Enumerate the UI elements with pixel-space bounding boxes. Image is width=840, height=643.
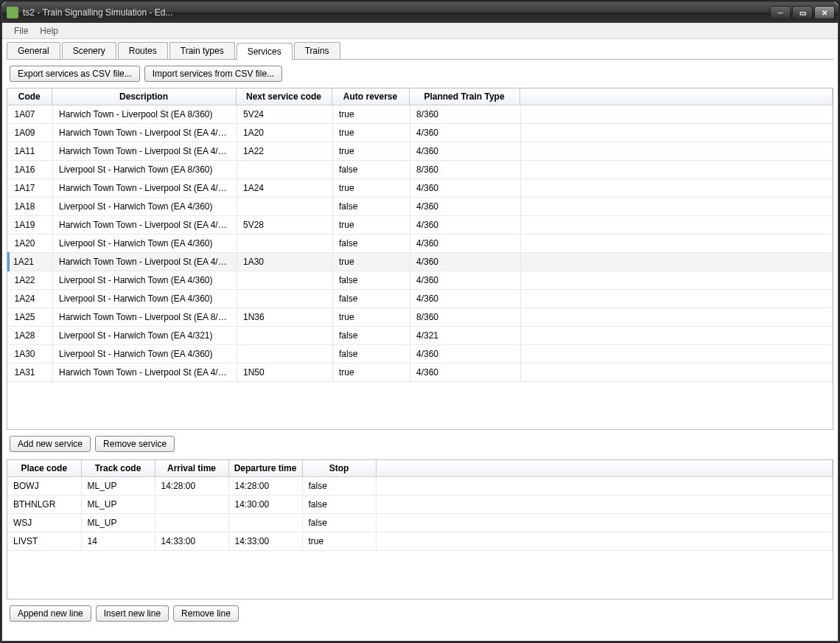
cell-desc[interactable]: Liverpool St - Harwich Town (EA 4/360) [53,234,237,253]
cell-auto[interactable]: true [333,216,410,234]
cell-arr[interactable]: 14:28:00 [155,477,228,496]
cell-next[interactable]: 1N36 [237,308,333,327]
import-csv-button[interactable]: Import services from CSV file... [144,66,282,82]
cell-desc[interactable]: Liverpool St - Harwich Town (EA 4/360) [53,271,237,290]
cell-code[interactable]: 1A16 [9,161,53,179]
table-row[interactable]: 1A25Harwich Town Town - Liverpool St (EA… [9,308,833,327]
cell-code[interactable]: 1A21 [9,253,53,271]
cell-dep[interactable]: 14:30:00 [228,496,302,514]
cell-next[interactable]: 1A22 [237,142,333,161]
table-row[interactable]: 1A28Liverpool St - Harwich Town (EA 4/32… [9,327,833,345]
cell-desc[interactable]: Liverpool St - Harwich Town (EA 8/360) [53,161,237,179]
cell-place[interactable]: BTHNLGR [7,496,81,514]
cell-code[interactable]: 1A17 [9,179,53,198]
cell-code[interactable]: 1A31 [9,364,53,382]
cell-auto[interactable]: true [333,253,410,271]
cell-auto[interactable]: true [333,105,410,124]
cell-place[interactable]: BOWJ [7,477,81,496]
cell-desc[interactable]: Liverpool St - Harwich Town (EA 4/321) [53,327,237,345]
cell-desc[interactable]: Harwich Town Town - Liverpool St (EA 4/3… [53,364,237,382]
cell-code[interactable]: 1A28 [9,327,53,345]
cell-ptype[interactable]: 8/360 [410,105,521,124]
tab-general[interactable]: General [7,42,60,59]
services-table[interactable]: Code Description Next service code Auto … [7,88,833,430]
close-button[interactable]: ✕ [814,6,835,19]
table-row[interactable]: 1A07Harwich Town - Liverpool St (EA 8/36… [9,105,833,124]
cell-ptype[interactable]: 4/360 [410,234,521,253]
remove-service-button[interactable]: Remove service [95,436,175,452]
cell-desc[interactable]: Harwich Town Town - Liverpool St (EA 4/3… [53,142,237,161]
table-row[interactable]: 1A20Liverpool St - Harwich Town (EA 4/36… [9,234,833,253]
cell-next[interactable]: 1A24 [237,179,333,198]
cell-place[interactable]: WSJ [7,514,81,532]
cell-desc[interactable]: Harwich Town - Liverpool St (EA 8/360) [53,105,237,124]
cell-track[interactable]: ML_UP [81,514,155,532]
cell-ptype[interactable]: 4/360 [410,253,521,271]
cell-desc[interactable]: Harwich Town Town - Liverpool St (EA 8/3… [53,308,237,327]
cell-code[interactable]: 1A25 [9,308,53,327]
table-row[interactable]: 1A16Liverpool St - Harwich Town (EA 8/36… [9,161,833,179]
tab-traintypes[interactable]: Train types [169,42,235,59]
cell-track[interactable]: ML_UP [81,477,155,496]
cell-auto[interactable]: false [333,271,410,290]
cell-code[interactable]: 1A30 [9,345,53,364]
table-row[interactable]: 1A21Harwich Town Town - Liverpool St (EA… [9,253,833,271]
cell-next[interactable]: 5V28 [237,216,333,234]
cell-code[interactable]: 1A20 [9,234,53,253]
cell-code[interactable]: 1A18 [9,198,53,216]
cell-arr[interactable] [155,514,228,532]
table-row[interactable]: WSJML_UPfalse [7,514,833,532]
cell-next[interactable] [237,345,333,364]
cell-code[interactable]: 1A07 [9,105,53,124]
cell-ptype[interactable]: 8/360 [410,161,521,179]
cell-track[interactable]: ML_UP [81,496,155,514]
cell-auto[interactable]: false [333,161,410,179]
cell-dep[interactable] [228,514,302,532]
cell-code[interactable]: 1A09 [9,124,53,142]
maximize-button[interactable]: ▭ [792,6,813,19]
cell-next[interactable]: 1A30 [237,253,333,271]
col-dep[interactable]: Departure time [228,460,302,477]
cell-stop[interactable]: false [302,514,376,532]
cell-auto[interactable]: true [333,364,410,382]
cell-auto[interactable]: false [333,345,410,364]
cell-ptype[interactable]: 4/360 [410,142,521,161]
cell-place[interactable]: LIVST [7,532,81,551]
table-row[interactable]: 1A09Harwich Town Town - Liverpool St (EA… [9,124,833,142]
col-place[interactable]: Place code [7,460,81,477]
cell-desc[interactable]: Liverpool St - Harwich Town (EA 4/360) [53,198,237,216]
minimize-button[interactable]: ─ [770,6,791,19]
cell-desc[interactable]: Harwich Town Town - Liverpool St (EA 4/3… [53,124,237,142]
table-row[interactable]: 1A24Liverpool St - Harwich Town (EA 4/36… [9,290,833,308]
table-row[interactable]: 1A18Liverpool St - Harwich Town (EA 4/36… [9,198,833,216]
table-row[interactable]: LIVST1414:33:0014:33:00true [7,532,833,551]
table-row[interactable]: 1A11Harwich Town Town - Liverpool St (EA… [9,142,833,161]
table-row[interactable]: 1A30Liverpool St - Harwich Town (EA 4/36… [9,345,833,364]
cell-code[interactable]: 1A24 [9,290,53,308]
col-desc[interactable]: Description [52,88,236,105]
cell-stop[interactable]: true [302,532,376,551]
col-auto[interactable]: Auto reverse [332,88,409,105]
tab-scenery[interactable]: Scenery [62,42,116,59]
cell-arr[interactable]: 14:33:00 [155,532,228,551]
tab-routes[interactable]: Routes [118,42,168,59]
remove-line-button[interactable]: Remove line [173,605,239,622]
col-stop[interactable]: Stop [302,460,376,477]
cell-next[interactable] [237,327,333,345]
cell-auto[interactable]: false [333,198,410,216]
table-row[interactable]: 1A22Liverpool St - Harwich Town (EA 4/36… [9,271,833,290]
cell-auto[interactable]: false [333,234,410,253]
col-code[interactable]: Code [7,88,52,105]
table-row[interactable]: 1A17Harwich Town Town - Liverpool St (EA… [9,179,833,198]
cell-stop[interactable]: false [302,496,376,514]
cell-dep[interactable]: 14:33:00 [228,532,302,551]
cell-auto[interactable]: true [333,179,410,198]
tab-trains[interactable]: Trains [294,42,340,59]
cell-arr[interactable] [155,496,228,514]
cell-ptype[interactable]: 4/360 [410,216,521,234]
col-next[interactable]: Next service code [236,88,332,105]
cell-auto[interactable]: true [333,142,410,161]
cell-auto[interactable]: true [333,308,410,327]
cell-ptype[interactable]: 4/360 [410,345,521,364]
cell-desc[interactable]: Harwich Town Town - Liverpool St (EA 4/3… [53,179,237,198]
